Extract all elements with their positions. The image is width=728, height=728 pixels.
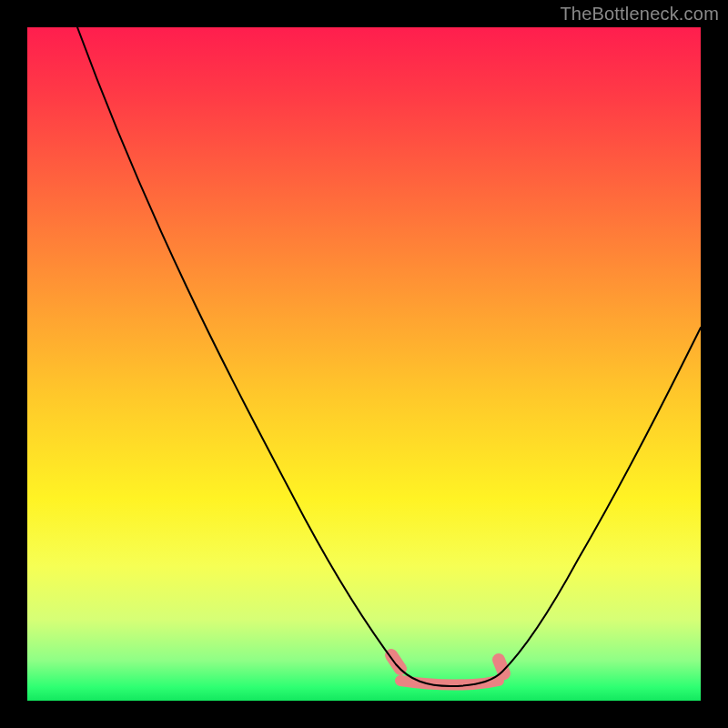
plot-area	[27, 27, 701, 701]
curve-svg	[27, 27, 701, 701]
bottleneck-curve-icon	[77, 27, 701, 686]
attribution-label: TheBottleneck.com	[560, 4, 719, 25]
chart-stage: TheBottleneck.com	[0, 0, 728, 728]
